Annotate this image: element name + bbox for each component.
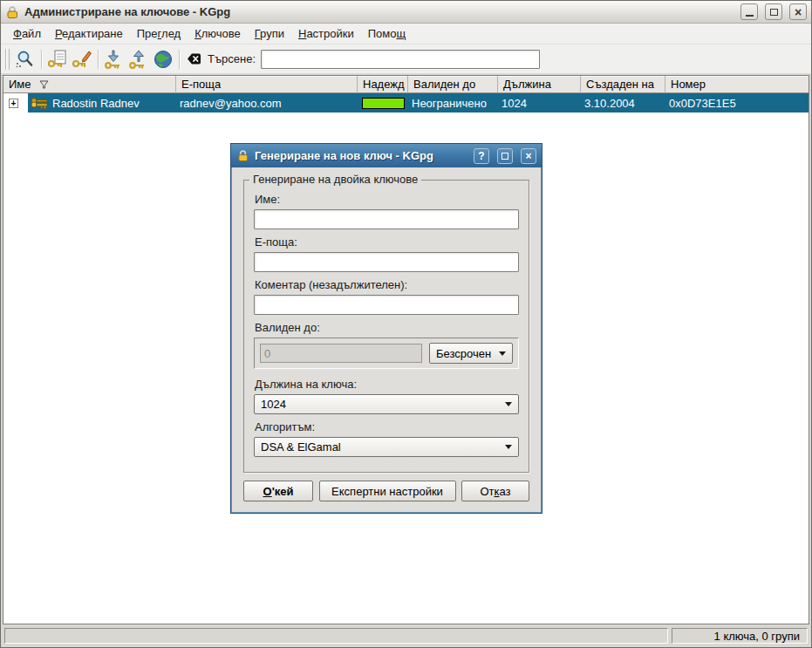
dialog-maximize-button[interactable] — [497, 148, 513, 164]
key-row-name-cell: + Radostin Radnev — [3, 93, 176, 113]
search-input[interactable] — [261, 50, 540, 69]
maximize-button[interactable] — [765, 3, 782, 20]
name-label: Име: — [255, 193, 519, 206]
chevron-down-icon — [505, 445, 512, 449]
chevron-down-icon — [499, 351, 506, 356]
toolbar-handle[interactable] — [5, 49, 10, 70]
algorithm-combobox[interactable]: DSA & ElGamal — [254, 437, 519, 457]
dialog-help-button[interactable]: ? — [474, 148, 489, 164]
email-field[interactable] — [254, 252, 519, 272]
column-header-creation[interactable]: Създаден на — [581, 76, 665, 93]
key-row[interactable]: + Radostin Radnev radnev@yahoo.com — [3, 93, 809, 113]
column-header-name[interactable]: Име — [3, 76, 176, 93]
kgpg-main-window: Администриране на ключове - KGpg × Файл … — [0, 0, 812, 648]
view-keys-button[interactable] — [13, 47, 38, 72]
expiration-value-field — [260, 344, 422, 363]
keyserver-button[interactable] — [151, 47, 175, 72]
close-icon: × — [795, 6, 802, 18]
key-creation: 3.10.2004 — [581, 93, 665, 113]
dialog-close-button[interactable]: × — [521, 148, 536, 164]
key-generation-dialog: Генериране на нов ключ - KGpg ? × Генери… — [230, 143, 542, 514]
dialog-maximize-icon — [502, 153, 508, 160]
expiration-frame: Безсрочен — [254, 338, 519, 369]
menu-groups[interactable]: Групи — [248, 24, 291, 43]
expand-icon[interactable]: + — [9, 99, 18, 108]
email-label: Е-поща: — [255, 235, 519, 249]
key-export-button[interactable] — [126, 47, 151, 72]
column-header-expiration[interactable]: Валиден до — [408, 76, 498, 93]
dialog-button-row: О'кей Експертни настройки Отказ — [243, 481, 529, 501]
column-header-email[interactable]: Е-поща — [176, 76, 358, 93]
status-message-panel — [4, 628, 668, 644]
key-id: 0x0D73E1E5 — [665, 93, 809, 113]
dialog-body: Генериране на двойка ключове Име: Е-поща… — [231, 167, 542, 501]
key-info-icon — [47, 49, 68, 70]
algorithm-label: Алгоритъм: — [255, 420, 519, 433]
menu-file[interactable]: Файл — [6, 24, 48, 43]
dialog-titlebar[interactable]: Генериране на нов ключ - KGpg ? × — [231, 144, 542, 167]
sort-indicator-icon — [38, 78, 50, 90]
key-sign-icon — [72, 49, 92, 70]
ok-button[interactable]: О'кей — [243, 481, 313, 501]
minimize-icon — [746, 15, 754, 17]
key-import-button[interactable] — [102, 47, 126, 72]
toolbar: Търсене: — [1, 44, 811, 73]
key-pair-icon — [30, 97, 49, 109]
statusbar: 1 ключа, 0 групи — [3, 626, 809, 645]
toolbar-separator — [179, 50, 180, 69]
app-icon — [5, 5, 19, 19]
key-name: Radostin Radnev — [52, 97, 140, 110]
key-trust-cell — [358, 93, 408, 113]
minimize-button[interactable] — [740, 3, 758, 20]
key-import-icon — [104, 49, 125, 70]
clear-search-icon — [186, 51, 202, 67]
key-size-label: Дължина на ключа: — [255, 378, 519, 391]
menubar: Файл Редактиране Преглед Ключове Групи Н… — [1, 24, 811, 44]
globe-icon — [153, 49, 174, 70]
expiration-label: Валиден до: — [255, 321, 519, 334]
column-header-id[interactable]: Номер — [665, 76, 809, 93]
trust-bar — [362, 98, 405, 109]
close-button[interactable]: × — [789, 3, 807, 20]
toolbar-separator — [98, 50, 99, 69]
window-title: Администриране на ключове - KGpg — [24, 5, 735, 18]
groupbox-title: Генериране на двойка ключове — [249, 173, 421, 186]
comment-label: Коментар (незадължителен): — [255, 278, 519, 291]
magnifier-icon — [15, 49, 36, 70]
expert-settings-button[interactable]: Експертни настройки — [319, 481, 456, 501]
menu-edit[interactable]: Редактиране — [48, 24, 130, 43]
column-header-size[interactable]: Дължина — [498, 76, 581, 93]
key-email: radnev@yahoo.com — [176, 93, 358, 113]
key-export-icon — [128, 49, 149, 70]
column-header-trust[interactable]: Надежд — [358, 76, 408, 93]
key-pair-groupbox: Генериране на двойка ключове Име: Е-поща… — [243, 180, 529, 473]
key-expiration: Неограничено — [408, 93, 498, 113]
key-info-button[interactable] — [45, 47, 70, 72]
key-size: 1024 — [498, 93, 581, 113]
key-list-header: Име Е-поща Надежд Валиден до Дължина Съз… — [3, 76, 809, 93]
cancel-button[interactable]: Отказ — [461, 481, 529, 501]
menu-help[interactable]: Помощ — [361, 24, 413, 43]
comment-field[interactable] — [254, 295, 519, 315]
menu-keys[interactable]: Ключове — [188, 24, 248, 43]
name-field[interactable] — [254, 209, 519, 229]
dialog-app-icon — [236, 149, 249, 162]
key-size-combobox[interactable]: 1024 — [254, 394, 519, 414]
expiration-unit-dropdown[interactable]: Безсрочен — [429, 343, 513, 364]
window-titlebar[interactable]: Администриране на ключове - KGpg × — [1, 1, 811, 24]
search-label: Търсене: — [208, 52, 256, 65]
toolbar-separator — [41, 50, 42, 69]
dialog-title: Генериране на нов ключ - KGpg — [255, 149, 468, 162]
menu-view[interactable]: Преглед — [130, 24, 188, 43]
tree-indent: + — [3, 93, 28, 113]
chevron-down-icon — [505, 402, 512, 406]
maximize-icon — [770, 9, 778, 16]
key-sign-button[interactable] — [70, 47, 94, 72]
clear-search-button[interactable] — [183, 47, 204, 72]
status-count-panel: 1 ключа, 0 групи — [672, 628, 808, 644]
menu-settings[interactable]: Настройки — [291, 24, 361, 43]
